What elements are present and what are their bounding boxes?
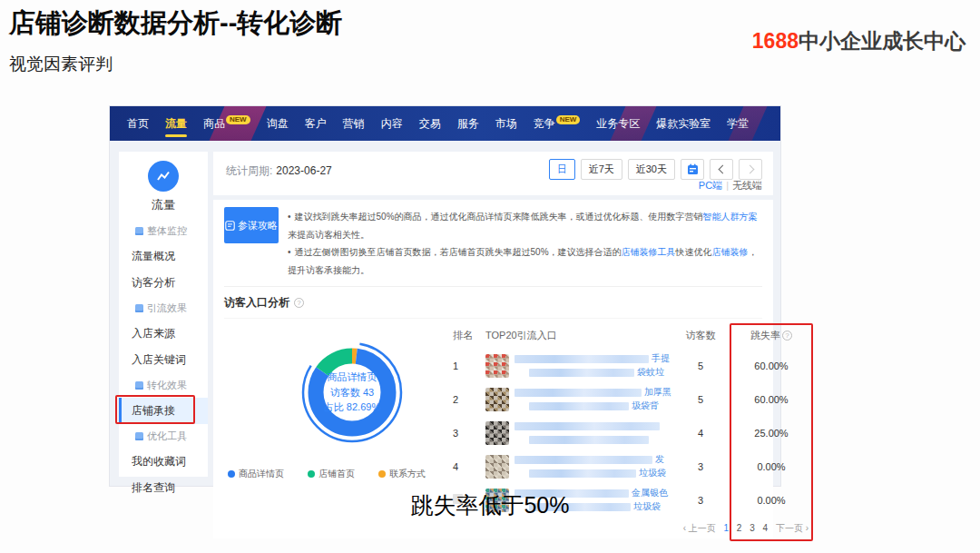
nav-tab-business-zone[interactable]: 业务专区 xyxy=(588,106,648,141)
product-name-link[interactable]: 发 垃圾袋 xyxy=(514,454,671,479)
product-thumbnail xyxy=(485,388,509,411)
nav-tab-customers[interactable]: 客户 xyxy=(297,106,335,141)
chart-title: 访客入口分析 xyxy=(224,295,289,311)
legend-item-contact[interactable]: 联系方式 xyxy=(378,468,426,480)
nav-tab-academy[interactable]: 学堂 xyxy=(719,106,757,141)
new-badge: NEW xyxy=(226,115,250,124)
info-icon[interactable]: ? xyxy=(294,298,304,308)
page-3-button[interactable]: 3 xyxy=(750,523,755,533)
prev-date-button[interactable] xyxy=(710,159,733,180)
calendar-button[interactable] xyxy=(681,159,704,180)
sidebar-item-traffic-overview[interactable]: 流量概况 xyxy=(119,243,208,270)
chart-title-row: 访客入口分析 ? xyxy=(224,295,762,319)
sidebar-section-overall-monitor[interactable]: 整体监控 xyxy=(119,219,208,243)
table-row[interactable]: 4 发 垃圾袋 3 0.00% xyxy=(453,449,813,483)
product-thumbnail xyxy=(485,421,509,445)
new-badge: NEW xyxy=(556,115,581,124)
sidebar-section-traffic-effect[interactable]: 引流效果 xyxy=(119,296,208,321)
range-7days-button[interactable]: 近7天 xyxy=(581,159,622,180)
product-name-link[interactable] xyxy=(514,420,671,445)
smart-audience-link[interactable]: 智能人群方案 xyxy=(703,212,758,222)
advisor-tip-text: 建议找到跳失率超过50%的商品，通过优化商品详情页来降低跳失率，或通过优化标题、… xyxy=(288,207,762,279)
page-4-button[interactable]: 4 xyxy=(763,523,769,533)
nav-tab-traffic[interactable]: 流量 xyxy=(157,106,195,141)
folder-icon xyxy=(135,381,143,390)
store-decoration-tool-link[interactable]: 店铺装修工具 xyxy=(622,247,676,257)
brand-logo-1688: 1688 xyxy=(752,29,799,53)
table-row[interactable]: 2 加厚黑 圾袋背 5 60.00% xyxy=(453,382,813,416)
nav-tab-transactions[interactable]: 交易 xyxy=(411,106,449,141)
donut-center-label: 商品详情页 访客数 43 占比 82.69% xyxy=(284,324,420,460)
strategy-icon xyxy=(225,221,235,231)
advisor-tip-box: 参谋攻略 建议找到跳失率超过50%的商品，通过优化商品详情页来降低跳失率，或通过… xyxy=(224,207,762,286)
device-switcher: PC端|无线端 xyxy=(699,179,762,193)
page-1-button[interactable]: 1 xyxy=(724,523,730,533)
page-2-button[interactable]: 2 xyxy=(737,523,742,533)
sidebar-item-entry-source[interactable]: 入店来源 xyxy=(119,321,208,347)
product-name-link[interactable]: 手提 袋蚊垃 xyxy=(514,353,671,378)
device-tab-wireless[interactable]: 无线端 xyxy=(732,180,762,191)
calendar-icon xyxy=(687,163,699,175)
sidebar-item-store-reception[interactable]: 店铺承接 xyxy=(119,398,208,424)
nav-tab-inquiries[interactable]: 询盘 xyxy=(259,106,297,141)
traffic-module-icon xyxy=(148,161,179,192)
brand-logo-text: 中小企业成长中心 xyxy=(799,29,965,53)
table-row[interactable]: 3 4 25.00% xyxy=(453,416,813,449)
table-header-row: 排名 TOP20引流入口 访客数 跳失率? xyxy=(453,324,813,349)
prev-page-button[interactable]: ‹ 上一页 xyxy=(683,523,716,533)
sidebar-section-conversion-effect[interactable]: 转化效果 xyxy=(119,373,208,398)
next-page-button[interactable]: 下一页 › xyxy=(776,523,808,533)
legend-dot-green xyxy=(308,470,315,478)
chart-legend: 商品详情页 店铺首页 联系方式 xyxy=(224,468,453,480)
nav-tab-competition[interactable]: 竞争NEW xyxy=(525,106,589,141)
dashboard-body: 流量 整体监控 流量概况 访客分析 引流效果 入店来源 入店关键词 转化效果 店… xyxy=(110,141,780,486)
chevron-left-icon xyxy=(718,165,727,174)
device-tab-pc[interactable]: PC端 xyxy=(699,180,722,191)
product-name-link[interactable]: 加厚黑 圾袋背 xyxy=(514,387,671,411)
nav-tab-content[interactable]: 内容 xyxy=(373,106,411,141)
sidebar-item-entry-keywords[interactable]: 入店关键词 xyxy=(119,347,208,373)
col-header-bounce: 跳失率? xyxy=(730,329,813,342)
top-navbar: 首页 流量 商品NEW 询盘 客户 营销 内容 交易 服务 市场 竞争NEW 业… xyxy=(110,106,780,141)
nav-tab-hot-lab[interactable]: 爆款实验室 xyxy=(648,106,719,141)
chevron-right-icon xyxy=(745,165,754,174)
nav-tab-marketing[interactable]: 营销 xyxy=(335,106,373,141)
product-thumbnail xyxy=(485,354,509,378)
legend-dot-blue xyxy=(228,470,235,478)
store-decoration-link[interactable]: 店铺装修 xyxy=(712,247,749,257)
sidebar-item-visitor-analysis[interactable]: 访客分析 xyxy=(119,270,208,296)
info-icon[interactable]: ? xyxy=(782,331,792,341)
page-title: 店铺诊断数据分析--转化诊断 xyxy=(9,5,342,42)
main-panel: 统计周期:2023-06-27 日 近7天 近30天 PC端|无线端 xyxy=(213,152,773,477)
folder-icon xyxy=(135,432,143,440)
stat-period: 统计周期:2023-06-27 xyxy=(226,163,332,179)
col-header-entry: TOP20引流入口 xyxy=(485,329,671,342)
folder-icon xyxy=(135,227,143,235)
sidebar-item-my-favorite-words[interactable]: 我的收藏词 xyxy=(119,449,208,475)
stat-period-value: 2023-06-27 xyxy=(276,164,331,177)
legend-item-store-home[interactable]: 店铺首页 xyxy=(308,468,355,480)
sidebar-module-label: 流量 xyxy=(119,197,208,213)
next-date-button[interactable] xyxy=(739,159,762,180)
nav-tab-market[interactable]: 市场 xyxy=(487,106,525,141)
period-toolbar: 统计周期:2023-06-27 日 近7天 近30天 PC端|无线端 xyxy=(213,152,773,195)
brand-logo: 1688中小企业成长中心 xyxy=(752,27,965,55)
legend-dot-orange xyxy=(378,470,386,478)
date-range-controls: 日 近7天 近30天 xyxy=(549,159,762,180)
slide-caption: 跳失率低于50% xyxy=(0,490,980,520)
table-row[interactable]: 1 手提 袋蚊垃 5 60.00% xyxy=(453,349,813,382)
slide: 店铺诊断数据分析--转化诊断 1688中小企业成长中心 视觉因素评判 首页 流量… xyxy=(0,0,980,553)
legend-item-product-detail[interactable]: 商品详情页 xyxy=(228,468,284,480)
advisor-strategy-button[interactable]: 参谋攻略 xyxy=(224,207,279,243)
range-day-button[interactable]: 日 xyxy=(549,159,575,180)
col-header-rank: 排名 xyxy=(453,329,485,342)
nav-tab-services[interactable]: 服务 xyxy=(449,106,487,141)
visitor-entry-donut[interactable]: 商品详情页 访客数 43 占比 82.69% xyxy=(284,324,420,460)
sidebar-section-optimization-tools[interactable]: 优化工具 xyxy=(119,424,208,449)
nav-tab-products[interactable]: 商品NEW xyxy=(195,106,259,141)
tip-line-1: 建议找到跳失率超过50%的商品，通过优化商品详情页来降低跳失率，或通过优化标题、… xyxy=(288,208,762,243)
range-30days-button[interactable]: 近30天 xyxy=(628,159,675,180)
section-subtitle: 视觉因素评判 xyxy=(9,53,113,76)
nav-tab-home[interactable]: 首页 xyxy=(119,106,157,141)
folder-icon xyxy=(135,304,143,312)
